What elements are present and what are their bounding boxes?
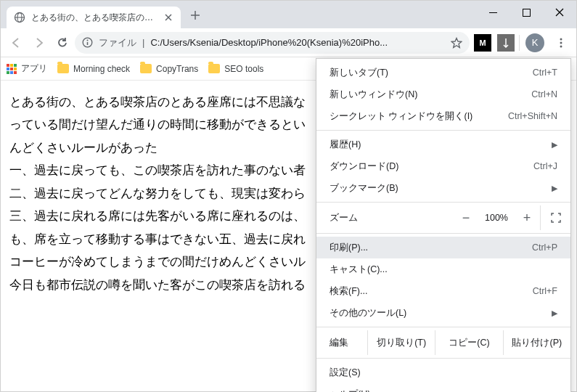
close-tab-icon[interactable] <box>163 12 173 23</box>
menu-more-tools[interactable]: その他のツール(L) ▶ <box>316 302 570 324</box>
bookmark-item[interactable]: SEO tools <box>208 64 263 74</box>
file-label: ファイル <box>99 36 136 49</box>
svg-point-14 <box>560 38 562 40</box>
tab-title: とある街の、とある喫茶店のとある座 <box>31 12 157 24</box>
titlebar: とある街の、とある喫茶店のとある座 <box>1 1 576 28</box>
url-text: C:/Users/Ksenia/Desktop/iPhone%20(Ksenia… <box>150 37 445 48</box>
menu-bookmarks[interactable]: ブックマーク(B) ▶ <box>316 177 570 199</box>
profile-avatar[interactable]: K <box>525 33 544 52</box>
menu-downloads[interactable]: ダウンロード(D) Ctrl+J <box>316 155 570 177</box>
bookmark-item[interactable]: CopyTrans <box>140 64 198 74</box>
minimize-button[interactable] <box>476 1 510 24</box>
svg-rect-8 <box>523 9 530 16</box>
menu-help[interactable]: ヘルプ(H) ▶ <box>316 383 570 392</box>
extension-pdf-icon[interactable] <box>497 34 515 52</box>
chevron-right-icon: ▶ <box>552 309 557 318</box>
menu-history[interactable]: 履歴(H) ▶ <box>316 134 570 155</box>
menu-zoom: ズーム − 100% + <box>316 205 570 230</box>
chevron-right-icon: ▶ <box>552 140 557 150</box>
svg-point-12 <box>87 40 89 41</box>
extension-icons: M <box>471 34 517 52</box>
fullscreen-button[interactable] <box>540 205 570 230</box>
menu-copy[interactable]: コピー(C) <box>435 330 502 355</box>
menu-new-tab[interactable]: 新しいタブ(T) Ctrl+T <box>316 62 570 83</box>
maximize-button[interactable] <box>510 1 543 24</box>
svg-point-16 <box>560 45 562 47</box>
apps-button[interactable]: アプリ <box>7 62 47 75</box>
star-icon[interactable] <box>451 37 462 49</box>
info-icon[interactable] <box>82 37 93 48</box>
menu-new-window[interactable]: 新しいウィンドウ(N) Ctrl+N <box>316 83 570 105</box>
menu-separator <box>316 130 570 131</box>
browser-tab[interactable]: とある街の、とある喫茶店のとある座 <box>7 7 181 28</box>
menu-incognito[interactable]: シークレット ウィンドウを開く(I) Ctrl+Shift+N <box>316 105 570 127</box>
zoom-value: 100% <box>479 213 514 223</box>
extension-m-icon[interactable]: M <box>474 34 491 52</box>
menu-print[interactable]: 印刷(P)... Ctrl+P <box>316 237 570 258</box>
bookmark-item[interactable]: Morning check <box>57 64 130 74</box>
svg-point-15 <box>560 41 562 44</box>
menu-find[interactable]: 検索(F)... Ctrl+F <box>316 280 570 302</box>
new-tab-button[interactable] <box>185 5 205 25</box>
menu-cast[interactable]: キャスト(C)... <box>316 258 570 280</box>
toolbar: ファイル | C:/Users/Ksenia/Desktop/iPhone%20… <box>1 28 576 57</box>
folder-icon <box>208 64 220 73</box>
folder-icon <box>57 64 69 73</box>
window-controls <box>476 1 576 24</box>
back-button[interactable] <box>5 32 27 54</box>
chevron-right-icon: ▶ <box>552 390 557 393</box>
menu-settings[interactable]: 設定(S) <box>316 362 570 383</box>
menu-separator <box>316 202 570 203</box>
close-window-button[interactable] <box>543 1 576 24</box>
zoom-in-button[interactable]: + <box>514 205 540 230</box>
menu-paste[interactable]: 貼り付け(P) <box>503 330 570 355</box>
tab-strip: とある街の、とある喫茶店のとある座 <box>1 1 476 28</box>
menu-button[interactable] <box>550 32 572 54</box>
zoom-out-button[interactable]: − <box>453 205 479 230</box>
menu-separator <box>316 327 570 327</box>
menu-separator <box>316 358 570 359</box>
chevron-right-icon: ▶ <box>552 184 557 193</box>
folder-icon <box>140 64 152 73</box>
menu-separator <box>316 233 570 234</box>
reload-button[interactable] <box>52 32 73 54</box>
forward-button[interactable] <box>28 32 50 54</box>
globe-icon <box>14 12 25 23</box>
address-bar[interactable]: ファイル | C:/Users/Ksenia/Desktop/iPhone%20… <box>75 32 470 54</box>
menu-edit-row: 編集 切り取り(T) コピー(C) 貼り付け(P) <box>316 330 570 355</box>
menu-cut[interactable]: 切り取り(T) <box>367 330 435 355</box>
apps-icon <box>7 64 17 74</box>
chrome-menu: 新しいタブ(T) Ctrl+T 新しいウィンドウ(N) Ctrl+N シークレッ… <box>316 58 571 392</box>
